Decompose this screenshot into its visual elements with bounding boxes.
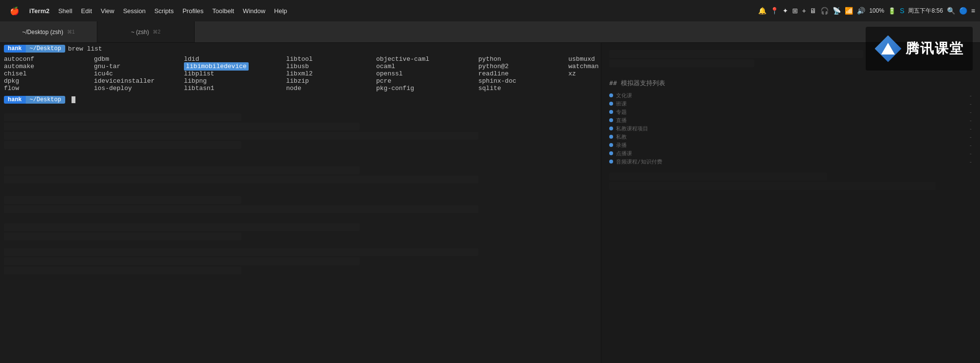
list-dot-icon <box>609 135 613 139</box>
toolbelt-menu[interactable]: Toolbelt <box>208 5 238 17</box>
window-menu[interactable]: Window <box>239 5 269 17</box>
profiles-menu[interactable]: Profiles <box>179 5 207 17</box>
left-pane[interactable]: hank ~/Desktop brew list autoconf gdbm l… <box>0 43 601 363</box>
brew-item: icu4c <box>94 70 184 77</box>
list-dot-icon <box>609 93 613 97</box>
terminal-content: hank ~/Desktop brew list autoconf gdbm l… <box>0 43 980 363</box>
tencent-diamond-icon <box>875 36 902 62</box>
edit-menu[interactable]: Edit <box>77 5 96 17</box>
blurred-row <box>4 233 241 240</box>
brew-item: pkg-config <box>376 85 478 92</box>
brew-item: python@2 <box>478 63 568 70</box>
plus-icon: + <box>802 7 806 15</box>
blurred-row <box>4 223 360 231</box>
brew-item: readline <box>478 70 568 77</box>
menu-extra-icon: ⊞ <box>792 7 798 15</box>
blurred-row <box>609 182 936 190</box>
shell-menu[interactable]: Shell <box>54 5 76 17</box>
brew-item: sqlite <box>478 85 568 92</box>
prompt-user: hank <box>4 45 26 53</box>
brew-list-output: autoconf gdbm ldid libtool objective-cam… <box>4 55 597 92</box>
blurred-row <box>609 59 754 67</box>
blurred-row <box>4 123 360 130</box>
list-dot-icon <box>609 151 613 155</box>
right-pane[interactable]: ## 模拟器支持列表 文化课 - 班课 - 专题 <box>601 43 980 363</box>
brew-item: usbmuxd <box>568 55 601 63</box>
sec-list-item: 音频课程/知识付费 - <box>609 158 972 165</box>
blurred-row <box>609 50 863 58</box>
blurred-row <box>4 248 478 256</box>
brew-item: libpng <box>184 77 286 85</box>
blurred-row <box>4 176 478 183</box>
list-dot-icon <box>609 143 613 147</box>
brew-item: gdbm <box>94 55 184 63</box>
battery-display: 100% <box>869 7 884 14</box>
brew-item <box>568 77 601 85</box>
menubar-right: 🔔 📍 ✦ ⊞ + 🖥 🎧 📡 📶 🔊 100% 🔋 S 周五下午8:56 🔍 … <box>758 7 975 15</box>
list-dot-icon <box>609 127 613 130</box>
apple-menu[interactable]: 🍎 <box>5 4 24 18</box>
prompt-line-2: hank ~/Desktop <box>4 96 597 104</box>
sec-list-item: 录播 - <box>609 142 972 148</box>
sec-list-item: 文化课 - <box>609 92 972 99</box>
control-center-icon[interactable]: ≡ <box>971 7 975 15</box>
brew-item: libzip <box>286 77 376 85</box>
session-menu[interactable]: Session <box>119 5 149 17</box>
brew-item: openssl <box>376 70 478 77</box>
sec-list-item: ## 模拟器支持列表 <box>609 80 972 87</box>
menubar: 🍎 iTerm2 Shell Edit View Session Scripts… <box>0 0 980 21</box>
brew-item: xz <box>568 70 601 77</box>
blurred-row <box>4 113 241 121</box>
brew-item <box>568 85 601 92</box>
search-icon[interactable]: 🔍 <box>947 7 955 15</box>
wifi-icon[interactable]: 📶 <box>845 7 853 15</box>
brew-item: ideviceinstaller <box>94 77 184 85</box>
brew-item: node <box>286 85 376 92</box>
brew-item: sphinx-doc <box>478 77 568 85</box>
siri-icon[interactable]: 🔵 <box>959 7 967 15</box>
display-icon: 🖥 <box>810 7 817 15</box>
tab-2-label: ~ (zsh) <box>131 29 149 36</box>
blurred-row <box>609 173 827 181</box>
tab-2[interactable]: ~ (zsh) ⌘2 <box>97 21 195 42</box>
blurred-row <box>4 257 360 265</box>
blurred-content-left <box>4 113 597 274</box>
scripts-menu[interactable]: Scripts <box>150 5 178 17</box>
prompt-path: ~/Desktop <box>26 45 65 53</box>
list-dot-icon <box>609 118 613 122</box>
brew-item: automake <box>4 63 94 70</box>
tab-1-label: ~/Desktop (zsh) <box>22 29 63 36</box>
tab-2-kbd: ⌘2 <box>153 29 161 35</box>
volume-icon[interactable]: 🔊 <box>857 7 865 15</box>
brew-item: ldid <box>184 55 286 63</box>
sec-list-item: 专题 - <box>609 109 972 115</box>
brew-item: gnu-tar <box>94 63 184 70</box>
brew-item: libtasn1 <box>184 85 286 92</box>
list-dot-icon <box>609 160 613 163</box>
brew-item: pcre <box>376 77 478 85</box>
brew-item: watchman <box>568 63 601 70</box>
brew-item: autoconf <box>4 55 94 63</box>
brew-item: libtool <box>286 55 376 63</box>
second-prompt-user: hank <box>4 96 26 104</box>
prompt-command: brew list <box>68 45 102 53</box>
brew-item: libusb <box>286 63 376 70</box>
sec-list-item: 私教 - <box>609 133 972 140</box>
sec-list-item: 私教课程项目 - <box>609 125 972 132</box>
notification-icon[interactable]: 🔔 <box>758 7 766 15</box>
brew-item: objective-caml <box>376 55 478 63</box>
brew-item: chisel <box>4 70 94 77</box>
tab-1[interactable]: ~/Desktop (zsh) ⌘1 <box>0 21 97 42</box>
list-dot-icon <box>609 102 613 106</box>
help-menu[interactable]: Help <box>270 5 291 17</box>
terminal-cursor <box>72 96 75 103</box>
blurred-row <box>4 205 478 213</box>
blurred-row <box>4 267 241 274</box>
view-menu[interactable]: View <box>97 5 118 17</box>
skype-icon: S <box>900 7 904 15</box>
tab-1-kbd: ⌘1 <box>67 29 75 35</box>
cursor-space <box>68 96 76 104</box>
iterm2-menu[interactable]: iTerm2 <box>25 5 54 17</box>
brew-item: libxml2 <box>286 70 376 77</box>
terminal-window: ~/Desktop (zsh) ⌘1 ~ (zsh) ⌘2 hank ~/Des… <box>0 21 980 363</box>
